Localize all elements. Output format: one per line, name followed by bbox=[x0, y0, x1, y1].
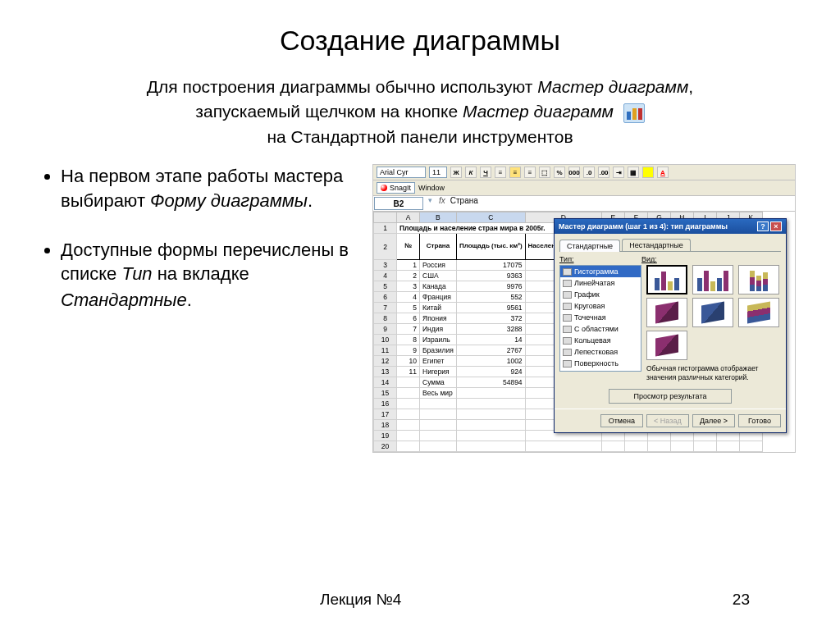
chart-wizard-icon bbox=[623, 103, 645, 123]
chart-type-icon bbox=[563, 303, 572, 310]
chart-type-icon bbox=[563, 314, 572, 322]
chart-type-icon bbox=[563, 326, 572, 333]
formula-bar: B2 ▾ fx Страна bbox=[373, 196, 795, 212]
chart-type-label: Линейчатая bbox=[574, 279, 614, 287]
bullet-2b: Тип bbox=[121, 263, 152, 284]
chart-type-item[interactable]: Поверхность bbox=[560, 358, 641, 369]
borders-button[interactable]: ▦ bbox=[628, 167, 639, 178]
intro-1c: , bbox=[688, 77, 693, 96]
chart-type-icon bbox=[563, 280, 572, 287]
help-icon[interactable]: ? bbox=[757, 221, 769, 231]
chart-type-label: Точечная bbox=[574, 313, 606, 322]
next-button[interactable]: Далее > bbox=[692, 414, 735, 427]
excel-screenshot: Arial Cyr 11 Ж К Ч ≡ ≡ ≡ ⬚ % 000 .0 .00 … bbox=[372, 164, 796, 453]
chart-view-grid: Обычная гистограмма отображает значения … bbox=[646, 265, 781, 382]
chart-subtype-7[interactable] bbox=[646, 331, 687, 360]
label-type: Тип: bbox=[559, 255, 641, 263]
chart-type-icon bbox=[563, 360, 572, 368]
format-toolbar: Arial Cyr 11 Ж К Ч ≡ ≡ ≡ ⬚ % 000 .0 .00 … bbox=[373, 165, 795, 180]
bullet-list: На первом этапе работы мастера выбирают … bbox=[44, 164, 356, 453]
chart-wizard-dialog: Мастер диаграмм (шаг 1 из 4): тип диагра… bbox=[554, 218, 787, 433]
chart-subtype-2[interactable] bbox=[692, 265, 733, 294]
font-color-button[interactable]: A bbox=[657, 167, 669, 178]
back-button[interactable]: < Назад bbox=[646, 414, 689, 427]
name-box-dropdown-icon[interactable]: ▾ bbox=[424, 196, 436, 211]
bullet-1c: . bbox=[308, 190, 313, 211]
currency-button[interactable]: % bbox=[554, 167, 565, 178]
snagit-toolbar: SnagIt Window bbox=[373, 180, 795, 196]
bullet-2c: на вкладке bbox=[153, 263, 249, 284]
close-icon[interactable]: × bbox=[770, 221, 782, 231]
chart-type-item[interactable]: Пузырьковая bbox=[560, 369, 641, 372]
fx-label[interactable]: fx bbox=[436, 196, 449, 211]
bullet-2-tail-em: Стандартные bbox=[61, 290, 187, 310]
chart-subtype-3[interactable] bbox=[738, 265, 779, 294]
bold-button[interactable]: Ж bbox=[450, 167, 462, 178]
comma-button[interactable]: 000 bbox=[568, 167, 580, 178]
snagit-label: SnagIt bbox=[390, 183, 411, 194]
align-center-button[interactable]: ≡ bbox=[509, 167, 521, 178]
chart-subtype-4[interactable] bbox=[646, 298, 687, 327]
preview-result-button[interactable]: Просмотр результата bbox=[609, 389, 732, 404]
footer-page: 23 bbox=[733, 591, 750, 609]
snagit-window-select[interactable]: Window bbox=[418, 184, 459, 192]
tab-nonstandard[interactable]: Нестандартные bbox=[622, 239, 691, 251]
intro-1a: Для построения диаграммы обычно использу… bbox=[147, 77, 537, 96]
slide-footer: Лекция №4 23 bbox=[0, 591, 840, 609]
bullet-1: На первом этапе работы мастера выбирают … bbox=[61, 164, 356, 212]
chart-type-icon bbox=[563, 268, 572, 276]
chart-type-label: Кольцевая bbox=[574, 336, 611, 345]
slide-title: Создание диаграммы bbox=[44, 25, 796, 57]
chart-type-label: С областями bbox=[574, 325, 619, 333]
intro-text: Для построения диаграммы обычно использу… bbox=[44, 75, 796, 149]
chart-type-icon bbox=[563, 349, 572, 356]
chart-type-item[interactable]: Кольцевая bbox=[560, 335, 641, 346]
intro-3: на Стандартной панели инструментов bbox=[267, 127, 573, 146]
chart-type-icon bbox=[563, 372, 572, 372]
chart-type-icon bbox=[563, 337, 572, 345]
italic-button[interactable]: К bbox=[465, 167, 477, 178]
chart-type-label: График bbox=[574, 290, 600, 299]
chart-type-item[interactable]: Лепестковая bbox=[560, 346, 641, 358]
chart-type-item[interactable]: Линейчатая bbox=[560, 277, 641, 289]
cancel-button[interactable]: Отмена bbox=[600, 414, 643, 427]
chart-subtype-6[interactable] bbox=[738, 298, 779, 327]
name-box[interactable]: B2 bbox=[374, 197, 423, 210]
snagit-button[interactable]: SnagIt bbox=[377, 182, 415, 194]
chart-subtype-5[interactable] bbox=[692, 298, 733, 327]
chart-type-list[interactable]: ГистограммаЛинейчатаяГрафикКруговаяТочеч… bbox=[559, 265, 641, 372]
chart-type-item[interactable]: Гистограмма bbox=[560, 266, 641, 277]
chart-type-item[interactable]: Круговая bbox=[560, 300, 641, 312]
wizard-tabs: Стандартные Нестандартные bbox=[559, 239, 781, 252]
intro-2a: запускаемый щелчком на кнопке bbox=[195, 102, 463, 121]
snagit-icon bbox=[381, 185, 387, 191]
chart-type-item[interactable]: Точечная bbox=[560, 312, 641, 323]
font-name-select[interactable]: Arial Cyr bbox=[377, 167, 426, 178]
chart-subtype-1[interactable] bbox=[646, 265, 687, 294]
chart-type-item[interactable]: С областями bbox=[560, 323, 641, 335]
wizard-titlebar[interactable]: Мастер диаграмм (шаг 1 из 4): тип диагра… bbox=[555, 219, 786, 234]
font-size-select[interactable]: 11 bbox=[429, 167, 447, 178]
fill-color-button[interactable] bbox=[642, 167, 654, 178]
tab-standard[interactable]: Стандартные bbox=[559, 240, 620, 252]
formula-value[interactable]: Страна bbox=[449, 196, 480, 211]
slide: Создание диаграммы Для построения диагра… bbox=[0, 0, 840, 630]
underline-button[interactable]: Ч bbox=[480, 167, 491, 178]
intro-1b: Мастер диаграмм bbox=[537, 77, 688, 96]
merge-button[interactable]: ⬚ bbox=[539, 167, 550, 178]
bullet-2-tail-dot: . bbox=[187, 290, 192, 310]
intro-2b: Мастер диаграмм bbox=[463, 102, 614, 121]
indent-button[interactable]: ⇥ bbox=[613, 167, 624, 178]
finish-button[interactable]: Готово bbox=[738, 414, 781, 427]
chart-type-item[interactable]: График bbox=[560, 289, 641, 300]
align-left-button[interactable]: ≡ bbox=[495, 167, 506, 178]
wizard-buttons: Отмена < Назад Далее > Готово bbox=[555, 409, 786, 432]
dec-decimal-button[interactable]: .00 bbox=[598, 167, 609, 178]
bullet-2: Доступные формы перечислены в списке Тип… bbox=[61, 238, 356, 286]
chart-type-icon bbox=[563, 291, 572, 299]
inc-decimal-button[interactable]: .0 bbox=[583, 167, 595, 178]
wizard-title-text: Мастер диаграмм (шаг 1 из 4): тип диагра… bbox=[559, 222, 728, 231]
chart-type-label: Поверхность bbox=[574, 359, 619, 368]
chart-type-label: Пузырьковая bbox=[574, 371, 619, 372]
align-right-button[interactable]: ≡ bbox=[524, 167, 536, 178]
